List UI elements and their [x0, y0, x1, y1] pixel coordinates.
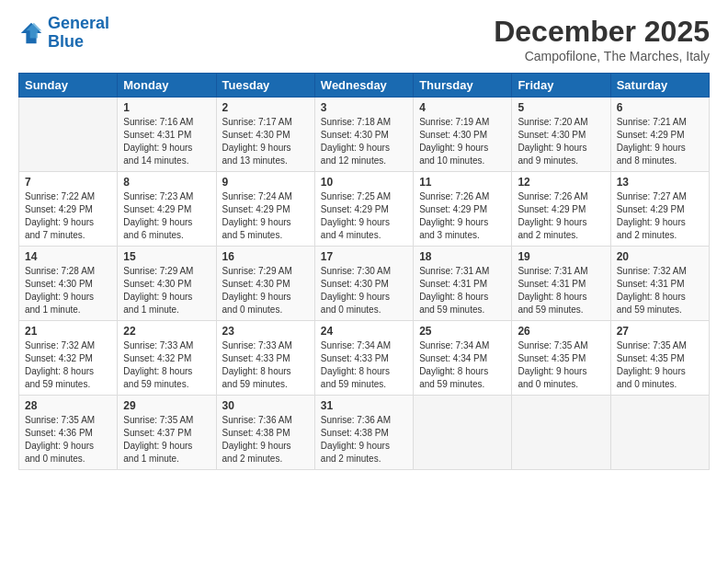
- weekday-header: Monday: [118, 74, 216, 98]
- day-number: 22: [123, 325, 210, 338]
- day-info: Sunrise: 7:16 AMSunset: 4:31 PMDaylight:…: [123, 116, 210, 167]
- month-title: December 2025: [494, 15, 710, 49]
- day-number: 28: [25, 399, 111, 412]
- calendar-cell: 28Sunrise: 7:35 AMSunset: 4:36 PMDayligh…: [19, 396, 118, 470]
- day-info: Sunrise: 7:35 AMSunset: 4:36 PMDaylight:…: [25, 414, 111, 465]
- day-info: Sunrise: 7:36 AMSunset: 4:38 PMDaylight:…: [321, 414, 407, 465]
- calendar-cell: 25Sunrise: 7:34 AMSunset: 4:34 PMDayligh…: [414, 321, 512, 396]
- calendar-cell: 14Sunrise: 7:28 AMSunset: 4:30 PMDayligh…: [19, 247, 118, 321]
- calendar-cell: [610, 396, 709, 470]
- day-number: 19: [518, 250, 604, 263]
- logo: General Blue: [18, 15, 109, 52]
- day-number: 25: [419, 325, 506, 338]
- day-info: Sunrise: 7:28 AMSunset: 4:30 PMDaylight:…: [25, 265, 111, 316]
- day-info: Sunrise: 7:18 AMSunset: 4:30 PMDaylight:…: [321, 116, 407, 167]
- day-number: 30: [222, 399, 309, 412]
- day-number: 24: [321, 325, 407, 338]
- day-info: Sunrise: 7:34 AMSunset: 4:33 PMDaylight:…: [321, 339, 407, 391]
- day-number: 20: [617, 250, 703, 263]
- calendar-cell: 30Sunrise: 7:36 AMSunset: 4:38 PMDayligh…: [216, 396, 314, 470]
- weekday-header: Saturday: [610, 74, 709, 98]
- day-info: Sunrise: 7:32 AMSunset: 4:31 PMDaylight:…: [617, 265, 703, 316]
- day-number: 13: [617, 176, 703, 189]
- title-area: December 2025 Campofilone, The Marches, …: [494, 15, 710, 63]
- calendar-cell: 16Sunrise: 7:29 AMSunset: 4:30 PMDayligh…: [216, 247, 314, 321]
- day-number: 12: [518, 176, 604, 189]
- logo-text: General Blue: [48, 15, 109, 52]
- calendar-cell: 21Sunrise: 7:32 AMSunset: 4:32 PMDayligh…: [19, 321, 118, 396]
- calendar-cell: 22Sunrise: 7:33 AMSunset: 4:32 PMDayligh…: [118, 321, 216, 396]
- logo-line2: Blue: [48, 32, 84, 51]
- calendar-cell: 9Sunrise: 7:24 AMSunset: 4:29 PMDaylight…: [216, 172, 314, 247]
- calendar-cell: 24Sunrise: 7:34 AMSunset: 4:33 PMDayligh…: [314, 321, 413, 396]
- header: General Blue December 2025 Campofilone, …: [18, 15, 710, 63]
- logo-icon: [18, 20, 44, 46]
- calendar-cell: 7Sunrise: 7:22 AMSunset: 4:29 PMDaylight…: [19, 172, 118, 247]
- day-info: Sunrise: 7:22 AMSunset: 4:29 PMDaylight:…: [25, 190, 111, 242]
- calendar-cell: 6Sunrise: 7:21 AMSunset: 4:29 PMDaylight…: [610, 98, 709, 172]
- day-info: Sunrise: 7:35 AMSunset: 4:35 PMDaylight:…: [617, 339, 703, 391]
- day-number: 6: [617, 101, 703, 114]
- day-info: Sunrise: 7:30 AMSunset: 4:30 PMDaylight:…: [321, 265, 407, 316]
- day-info: Sunrise: 7:19 AMSunset: 4:30 PMDaylight:…: [419, 116, 506, 167]
- calendar-cell: 1Sunrise: 7:16 AMSunset: 4:31 PMDaylight…: [118, 98, 216, 172]
- day-number: 15: [123, 250, 210, 263]
- day-info: Sunrise: 7:36 AMSunset: 4:38 PMDaylight:…: [222, 414, 309, 465]
- weekday-header: Thursday: [414, 74, 512, 98]
- location-title: Campofilone, The Marches, Italy: [494, 49, 710, 63]
- calendar-week-row: 28Sunrise: 7:35 AMSunset: 4:36 PMDayligh…: [19, 396, 710, 470]
- day-info: Sunrise: 7:33 AMSunset: 4:32 PMDaylight:…: [123, 339, 210, 391]
- day-info: Sunrise: 7:17 AMSunset: 4:30 PMDaylight:…: [222, 116, 309, 167]
- day-number: 2: [222, 101, 309, 114]
- day-info: Sunrise: 7:26 AMSunset: 4:29 PMDaylight:…: [419, 190, 506, 242]
- calendar-cell: [414, 396, 512, 470]
- day-number: 3: [321, 101, 407, 114]
- page: General Blue December 2025 Campofilone, …: [0, 0, 728, 479]
- day-number: 18: [419, 250, 506, 263]
- day-number: 17: [321, 250, 407, 263]
- day-info: Sunrise: 7:20 AMSunset: 4:30 PMDaylight:…: [518, 116, 604, 167]
- calendar-cell: 26Sunrise: 7:35 AMSunset: 4:35 PMDayligh…: [512, 321, 610, 396]
- day-info: Sunrise: 7:33 AMSunset: 4:33 PMDaylight:…: [222, 339, 309, 391]
- calendar-cell: 5Sunrise: 7:20 AMSunset: 4:30 PMDaylight…: [512, 98, 610, 172]
- day-number: 9: [222, 176, 309, 189]
- calendar-cell: 17Sunrise: 7:30 AMSunset: 4:30 PMDayligh…: [314, 247, 413, 321]
- calendar-cell: 15Sunrise: 7:29 AMSunset: 4:30 PMDayligh…: [118, 247, 216, 321]
- calendar-cell: 31Sunrise: 7:36 AMSunset: 4:38 PMDayligh…: [314, 396, 413, 470]
- day-info: Sunrise: 7:27 AMSunset: 4:29 PMDaylight:…: [617, 190, 703, 242]
- weekday-header: Friday: [512, 74, 610, 98]
- day-info: Sunrise: 7:35 AMSunset: 4:35 PMDaylight:…: [518, 339, 604, 391]
- day-number: 23: [222, 325, 309, 338]
- calendar-cell: 19Sunrise: 7:31 AMSunset: 4:31 PMDayligh…: [512, 247, 610, 321]
- day-number: 29: [123, 399, 210, 412]
- day-number: 27: [617, 325, 703, 338]
- calendar-cell: 2Sunrise: 7:17 AMSunset: 4:30 PMDaylight…: [216, 98, 314, 172]
- calendar-header-row: SundayMondayTuesdayWednesdayThursdayFrid…: [19, 74, 710, 98]
- day-info: Sunrise: 7:21 AMSunset: 4:29 PMDaylight:…: [617, 116, 703, 167]
- day-number: 1: [123, 101, 210, 114]
- weekday-header: Tuesday: [216, 74, 314, 98]
- day-info: Sunrise: 7:24 AMSunset: 4:29 PMDaylight:…: [222, 190, 309, 242]
- calendar-week-row: 14Sunrise: 7:28 AMSunset: 4:30 PMDayligh…: [19, 247, 710, 321]
- day-info: Sunrise: 7:32 AMSunset: 4:32 PMDaylight:…: [25, 339, 111, 391]
- calendar-cell: 12Sunrise: 7:26 AMSunset: 4:29 PMDayligh…: [512, 172, 610, 247]
- calendar-cell: 20Sunrise: 7:32 AMSunset: 4:31 PMDayligh…: [610, 247, 709, 321]
- day-number: 10: [321, 176, 407, 189]
- calendar-cell: 29Sunrise: 7:35 AMSunset: 4:37 PMDayligh…: [118, 396, 216, 470]
- day-number: 5: [518, 101, 604, 114]
- day-info: Sunrise: 7:35 AMSunset: 4:37 PMDaylight:…: [123, 414, 210, 465]
- day-info: Sunrise: 7:31 AMSunset: 4:31 PMDaylight:…: [518, 265, 604, 316]
- weekday-header: Wednesday: [314, 74, 413, 98]
- day-number: 31: [321, 399, 407, 412]
- calendar-cell: 3Sunrise: 7:18 AMSunset: 4:30 PMDaylight…: [314, 98, 413, 172]
- calendar-cell: 18Sunrise: 7:31 AMSunset: 4:31 PMDayligh…: [414, 247, 512, 321]
- calendar-cell: 23Sunrise: 7:33 AMSunset: 4:33 PMDayligh…: [216, 321, 314, 396]
- day-number: 21: [25, 325, 111, 338]
- day-info: Sunrise: 7:23 AMSunset: 4:29 PMDaylight:…: [123, 190, 210, 242]
- calendar-cell: 27Sunrise: 7:35 AMSunset: 4:35 PMDayligh…: [610, 321, 709, 396]
- day-number: 14: [25, 250, 111, 263]
- day-number: 26: [518, 325, 604, 338]
- calendar-cell: [19, 98, 118, 172]
- logo-line1: General: [48, 14, 109, 32]
- day-info: Sunrise: 7:31 AMSunset: 4:31 PMDaylight:…: [419, 265, 506, 316]
